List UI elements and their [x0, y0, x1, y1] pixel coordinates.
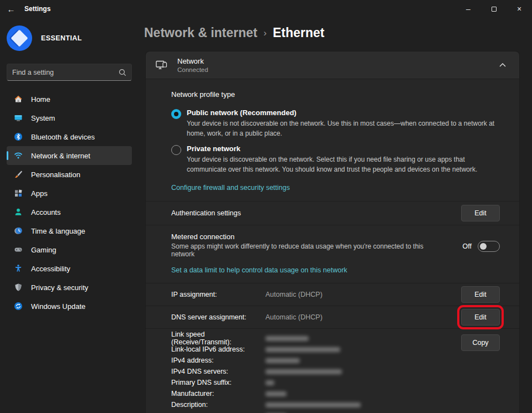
user-name: ESSENTIAL	[41, 34, 82, 42]
authentication-edit-button[interactable]: Edit	[461, 205, 500, 221]
sidebar-nav: Home System Bluetooth & devices Network …	[0, 90, 139, 316]
back-button[interactable]: ←	[0, 0, 22, 18]
property-row-dns-servers: IPv4 DNS servers:	[171, 366, 500, 377]
windows-update-icon	[14, 302, 23, 311]
time-language-icon	[14, 226, 23, 235]
copy-button[interactable]: Copy	[461, 334, 500, 351]
public-network-title: Public network (Recommended)	[187, 109, 500, 117]
configure-firewall-link[interactable]: Configure firewall and security settings	[171, 184, 290, 192]
private-network-title: Private network	[187, 144, 500, 153]
gaming-icon	[14, 245, 23, 254]
breadcrumb-section[interactable]: Network & internet	[144, 25, 257, 40]
sidebar-item-label: Gaming	[31, 246, 57, 254]
redacted-value	[265, 391, 287, 396]
sidebar-item-network-internet[interactable]: Network & internet	[7, 146, 132, 165]
ip-assignment-edit-button[interactable]: Edit	[461, 286, 500, 303]
property-row-ipv4: IPv4 address:	[171, 355, 500, 366]
metered-toggle-state-label: Off	[463, 242, 472, 250]
sidebar-item-label: Time & language	[31, 227, 85, 235]
property-row-description: Description:	[171, 399, 500, 410]
search-input[interactable]	[12, 69, 119, 76]
sidebar-item-windows-update[interactable]: Windows Update	[7, 297, 132, 316]
sidebar-item-label: Bluetooth & devices	[31, 133, 95, 141]
metered-connection-label: Metered connection	[171, 233, 448, 241]
breadcrumb: Network & internet › Ethernet	[144, 25, 324, 40]
sidebar-item-apps[interactable]: Apps	[7, 184, 132, 203]
private-network-description: Your device is discoverable on the netwo…	[187, 154, 500, 174]
dns-assignment-label: DNS server assignment:	[171, 313, 265, 321]
network-card-titles: Network Connected	[177, 57, 208, 73]
sidebar-item-home[interactable]: Home	[7, 90, 132, 109]
sidebar-item-time-language[interactable]: Time & language	[7, 221, 132, 240]
ethernet-icon	[156, 60, 168, 70]
sidebar-item-gaming[interactable]: Gaming	[7, 240, 132, 259]
window-title: Settings	[24, 5, 50, 13]
redacted-value	[265, 402, 361, 407]
breadcrumb-separator-icon: ›	[263, 28, 267, 39]
sidebar-item-accounts[interactable]: Accounts	[7, 203, 132, 221]
user-profile[interactable]: ESSENTIAL	[7, 25, 139, 51]
network-card: Network Connected Network profile type P…	[145, 51, 520, 413]
close-button[interactable]: ×	[507, 0, 532, 18]
page-title: Ethernet	[273, 25, 324, 40]
close-icon: ×	[517, 4, 521, 13]
apps-icon	[14, 189, 23, 198]
sidebar-item-label: System	[31, 114, 55, 122]
property-row-manufacturer: Manufacturer:	[171, 388, 500, 399]
sidebar-item-label: Privacy & security	[31, 283, 88, 292]
property-row-dns-suffix: Primary DNS suffix:	[171, 377, 500, 388]
personalisation-icon	[14, 170, 23, 179]
sidebar: ESSENTIAL Home System Bluetooth & device…	[0, 18, 139, 413]
public-network-radio[interactable]	[171, 109, 181, 119]
bluetooth-icon	[14, 132, 23, 141]
redacted-value	[265, 369, 342, 374]
ip-assignment-value: Automatic (DHCP)	[265, 291, 323, 298]
avatar	[7, 25, 32, 51]
dns-assignment-edit-button[interactable]: Edit	[461, 309, 500, 326]
network-card-header[interactable]: Network Connected	[146, 51, 519, 79]
accounts-icon	[14, 208, 23, 216]
sidebar-item-privacy-security[interactable]: Privacy & security	[7, 278, 132, 297]
sidebar-item-bluetooth-devices[interactable]: Bluetooth & devices	[7, 127, 132, 146]
private-network-option[interactable]: Private network Your device is discovera…	[171, 144, 500, 174]
sidebar-item-label: Home	[31, 95, 50, 104]
chevron-up-icon	[499, 63, 506, 67]
property-row-link-speed: Link speed (Receive/Transmit):	[171, 333, 500, 344]
accessibility-icon	[14, 264, 23, 273]
sidebar-item-personalisation[interactable]: Personalisation	[7, 165, 132, 184]
collapse-button[interactable]	[497, 61, 508, 69]
redacted-value	[265, 358, 300, 363]
sidebar-item-label: Network & internet	[31, 152, 90, 160]
sidebar-item-accessibility[interactable]: Accessibility	[7, 259, 132, 278]
redacted-value	[265, 336, 309, 341]
metered-connection-toggle[interactable]	[478, 241, 500, 252]
back-arrow-icon: ←	[7, 4, 16, 14]
network-card-body: Network profile type Public network (Rec…	[146, 79, 519, 413]
titlebar: ← Settings – ×	[0, 0, 532, 18]
authentication-settings-label: Authentication settings	[171, 209, 241, 217]
redacted-value	[265, 347, 340, 352]
metered-connection-section: Metered connection Some apps might work …	[146, 225, 519, 283]
network-profile-type-label: Network profile type	[171, 90, 500, 99]
sidebar-item-label: Windows Update	[31, 302, 85, 311]
network-profile-section: Network profile type Public network (Rec…	[146, 79, 519, 202]
private-network-radio[interactable]	[171, 145, 181, 155]
search-box[interactable]	[7, 64, 132, 81]
set-data-limit-link[interactable]: Set a data limit to help control data us…	[171, 266, 347, 274]
minimize-button[interactable]: –	[456, 0, 481, 18]
selected-accent-pill	[7, 151, 8, 160]
metered-connection-description: Some apps might work differently to redu…	[171, 242, 448, 258]
ip-assignment-row: IP assignment: Automatic (DHCP) Edit	[146, 283, 519, 306]
annotation-highlight-ring: Edit	[457, 305, 504, 329]
public-network-option[interactable]: Public network (Recommended) Your device…	[171, 109, 500, 138]
sidebar-item-label: Accessibility	[31, 265, 70, 273]
search-icon	[119, 69, 126, 76]
public-network-description: Your device is not discoverable on the n…	[187, 118, 500, 138]
home-icon	[14, 95, 23, 104]
maximize-button[interactable]	[481, 0, 507, 18]
sidebar-item-label: Apps	[31, 189, 48, 198]
ip-assignment-label: IP assignment:	[171, 291, 265, 298]
privacy-icon	[14, 283, 23, 292]
sidebar-item-system[interactable]: System	[7, 109, 132, 127]
sidebar-item-label: Accounts	[31, 208, 60, 216]
